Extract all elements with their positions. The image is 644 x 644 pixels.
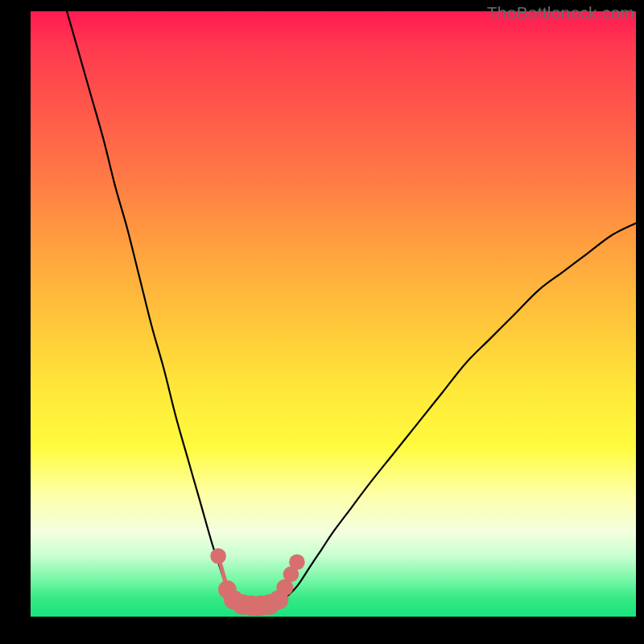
watermark-text: TheBottleneck.com [487,3,634,23]
valley-marker [210,548,226,564]
curve-right-branch [273,223,636,610]
chart-svg [31,11,636,617]
plot-area [31,11,636,617]
chart-frame: TheBottleneck.com [0,0,644,644]
valley-marker [289,555,305,571]
curve-left-branch [67,11,242,611]
valley-markers [210,548,304,616]
